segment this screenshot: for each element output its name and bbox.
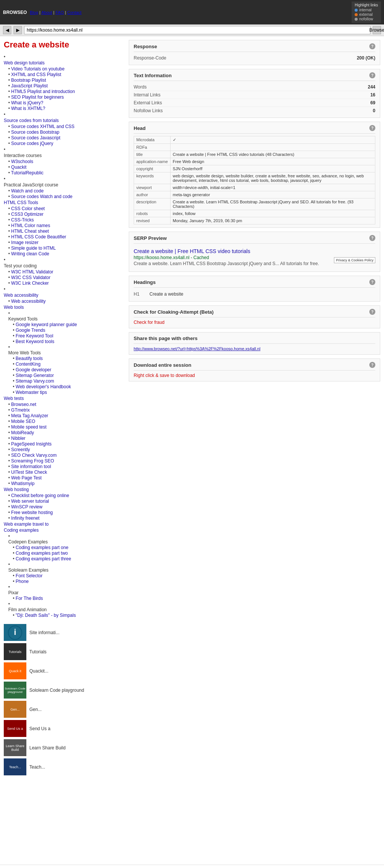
link-winscp[interactable]: WinSCP review (11, 504, 43, 510)
link-w3schools[interactable]: W3schools (11, 159, 34, 164)
link-web-handbook[interactable]: Web developer's Handbook (16, 384, 71, 389)
link-w3c-css[interactable]: W3C CSS Validator (11, 275, 50, 280)
thumb-gen[interactable]: Gen... (4, 701, 26, 718)
link-mobiready[interactable]: MobiReady (11, 430, 34, 435)
thumb-learn[interactable]: Learn Share Build (4, 739, 26, 756)
link-best-keyword[interactable]: Best Keyword tools (16, 339, 55, 344)
link-html-css-tools-header[interactable]: HTML CSS Tools (4, 200, 38, 205)
nav-about[interactable]: About (41, 10, 52, 15)
link-phone[interactable]: Phone (16, 579, 29, 584)
link-source-watch-code[interactable]: Source codes Watch and code (11, 194, 73, 199)
link-web-design-tutorials[interactable]: Web design tutorials (4, 60, 45, 66)
link-quackit[interactable]: Quackit (11, 165, 27, 170)
link-contentking[interactable]: ContentKing (16, 362, 41, 367)
link-xhtml[interactable]: What is XHTML? (11, 106, 46, 111)
link-image-resizer[interactable]: Image resizer (11, 240, 39, 245)
link-web-accessibility[interactable]: Web accessibility (11, 299, 46, 304)
privacy-badge[interactable]: Privacy & Cookies Policy (334, 257, 375, 263)
head-info-icon[interactable]: ? (369, 125, 375, 131)
link-coding-part2[interactable]: Coding examples part two (16, 551, 68, 556)
link-seo-playlist[interactable]: SEO Playlist for beginners (11, 95, 64, 100)
browse-button[interactable]: Browse (373, 26, 381, 34)
nav-faq[interactable]: FAQ (55, 10, 64, 15)
response-info-icon[interactable]: ? (369, 43, 375, 49)
link-bootstrap[interactable]: Bootstrap Playlist (11, 78, 46, 83)
thumb-quackit[interactable]: Quack it (4, 662, 26, 679)
link-sitemap-gen[interactable]: Sitemap Generator (16, 373, 54, 378)
text-info-icon[interactable]: ? (369, 72, 375, 78)
back-button[interactable]: ◀ (3, 26, 11, 34)
link-google-dev[interactable]: Google developer (16, 367, 52, 372)
link-google-trends[interactable]: Google Trends (16, 328, 46, 333)
link-html5[interactable]: HTML5 Playlist and introduction (11, 89, 75, 94)
link-source-jquery[interactable]: Source codes jQuery (11, 141, 53, 146)
link-web-page-test[interactable]: Web Page Test (11, 475, 42, 481)
link-xhtml-css[interactable]: XHTML and CSS Playlist (11, 72, 61, 77)
check-fraud-link[interactable]: Check for fraud (134, 320, 165, 325)
nav-contact[interactable]: Contact (67, 10, 81, 15)
link-coding-part3[interactable]: Coding examples part three (16, 556, 71, 561)
link-infinity[interactable]: Infinity freenet (11, 516, 40, 521)
link-coding-part1[interactable]: Coding examples part one (16, 545, 69, 550)
nav-blog[interactable]: Blog (30, 10, 38, 15)
link-w3c-link[interactable]: W3C Link Checker (11, 281, 49, 286)
link-video-tutorials[interactable]: Video Tutorials on youtube (11, 66, 65, 72)
link-whatismyip[interactable]: Whatismyip (11, 481, 35, 486)
link-font-selector[interactable]: Font Selector (16, 573, 43, 578)
link-for-the-birds[interactable]: For The Birds (16, 596, 43, 601)
link-site-info[interactable]: Site information tool (11, 464, 51, 469)
thumb-send[interactable]: Send Us a (4, 720, 26, 737)
link-coding-examples-header[interactable]: Coding examples (4, 528, 39, 533)
share-url-link[interactable]: http://www.browseo.net/?url=https%3A%2F%… (134, 346, 261, 351)
thumb-site-info[interactable]: i (4, 624, 26, 641)
link-google-keyword[interactable]: Google keyword planner guide (16, 322, 77, 327)
link-seo-check[interactable]: SEO Check Varvy.com (11, 453, 57, 458)
link-jquery[interactable]: What is jQuery? (11, 100, 43, 105)
link-source-xhtml-css[interactable]: Source codes XHTML and CSS (11, 124, 75, 129)
link-web-hosting-header[interactable]: Web hosting (4, 487, 29, 492)
download-info-icon[interactable]: ? (369, 362, 375, 368)
link-javascript[interactable]: JavaScript Playlist (11, 83, 48, 88)
url-input[interactable] (24, 26, 370, 34)
link-web-tools-header[interactable]: Web tools (4, 305, 24, 310)
link-sitemap-varvy[interactable]: Sitemap Varvy.com (16, 378, 54, 384)
link-screently[interactable]: Screently (11, 447, 30, 452)
link-css-color[interactable]: CSS Color sheet (11, 206, 45, 211)
link-w3c-html[interactable]: W3C HTML Validator (11, 269, 53, 275)
link-nibbler[interactable]: Nibbler (11, 436, 26, 441)
link-free-hosting[interactable]: Free website hosting (11, 510, 53, 515)
link-source-bootstrap[interactable]: Source codes Bootstrap (11, 130, 59, 135)
link-dji[interactable]: "Dji: Death Sails" - by Simpals (16, 613, 76, 618)
download-link[interactable]: Right click & save to download (134, 373, 195, 378)
link-uitest[interactable]: UITest Site Check (11, 470, 47, 475)
link-css-tricks[interactable]: CSS-Tricks (11, 217, 34, 223)
link-browseo[interactable]: Browseo.net (11, 402, 37, 407)
link-gtmetrix[interactable]: GTmetrix (11, 407, 30, 413)
link-watch-code[interactable]: Watch and code (11, 188, 44, 194)
link-pagespeed[interactable]: PageSpeed Insights (11, 441, 52, 447)
link-writing-clean[interactable]: Writing clean Code (11, 251, 49, 256)
link-webmaster-tips[interactable]: Webmaster tips (16, 390, 47, 395)
link-screaming-frog[interactable]: Screaming Frog SEO (11, 458, 54, 464)
link-accessibility-header[interactable]: Web accessibility (4, 293, 38, 298)
fraud-info-icon[interactable]: ? (369, 309, 375, 315)
thumb-teach[interactable]: Teach... (4, 758, 26, 775)
headings-info-icon[interactable]: ? (369, 279, 375, 285)
thumb-tutorials[interactable]: Tutorials (4, 643, 26, 660)
link-source-codes-header[interactable]: Source codes from tutorials (4, 118, 59, 123)
link-html-beautifier[interactable]: HTML CSS Code Beautifier (11, 234, 66, 240)
link-travel[interactable]: Web example travel to (4, 522, 49, 527)
link-html-color[interactable]: HTML Color names (11, 223, 50, 228)
link-mobile-speed[interactable]: Mobile speed test (11, 424, 47, 430)
forward-button[interactable]: ▶ (14, 26, 22, 34)
serp-info-icon[interactable]: ? (369, 235, 375, 241)
link-metatag[interactable]: Meta Tag Analyzer (11, 413, 49, 418)
serp-result-title[interactable]: Create a website | Free HTML CSS video t… (134, 248, 375, 254)
link-mobile-seo[interactable]: Mobile SEO (11, 419, 35, 424)
link-beautify[interactable]: Beautify tools (16, 356, 43, 361)
link-tutorialrepublic[interactable]: TutorialRepublic (11, 170, 43, 175)
link-checklist[interactable]: Checklist before going online (11, 493, 69, 498)
link-html-cheat[interactable]: HTML Cheat sheet (11, 229, 49, 234)
link-source-javascript[interactable]: Source codes Javascript (11, 135, 61, 140)
link-simple-guide[interactable]: Simple guide to HTML (11, 246, 56, 251)
